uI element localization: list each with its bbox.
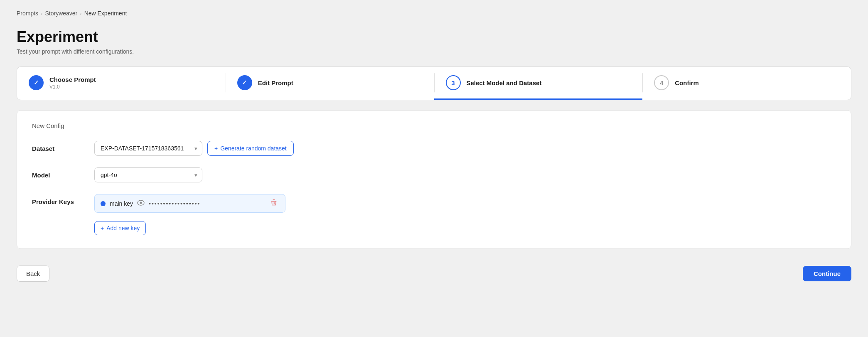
- dataset-select[interactable]: EXP-DATASET-1715718363561: [94, 141, 202, 156]
- step-confirm: 4 Confirm: [642, 67, 851, 100]
- provider-keys-label: Provider Keys: [32, 194, 86, 205]
- dataset-row: Dataset EXP-DATASET-1715718363561 ▾ + Ge…: [32, 141, 836, 156]
- step-2-checkmark: ✓: [242, 79, 247, 86]
- breadcrumb-prompts[interactable]: Prompts: [17, 10, 38, 17]
- delete-key-icon[interactable]: [268, 198, 279, 209]
- eye-icon[interactable]: [137, 200, 145, 207]
- model-select[interactable]: gpt-4o gpt-4 gpt-3.5-turbo: [94, 167, 202, 182]
- model-select-wrapper: gpt-4o gpt-4 gpt-3.5-turbo ▾: [94, 167, 202, 182]
- breadcrumb-new-experiment: New Experiment: [84, 10, 127, 17]
- step-2-label: Edit Prompt: [258, 79, 293, 86]
- config-card-title: New Config: [32, 122, 836, 129]
- step-2-circle: ✓: [237, 75, 252, 90]
- provider-keys-controls: main key ••••••••••••••••••: [94, 194, 836, 235]
- key-masked-value: ••••••••••••••••••: [149, 200, 264, 207]
- breadcrumb-sep-2: ›: [80, 10, 81, 17]
- model-label: Model: [32, 167, 86, 179]
- svg-rect-3: [273, 199, 275, 200]
- step-1-checkmark: ✓: [34, 79, 39, 86]
- dataset-select-wrapper: EXP-DATASET-1715718363561 ▾: [94, 141, 202, 156]
- provider-keys-row: Provider Keys main key •••••••••••••••••…: [32, 194, 836, 235]
- step-4-number: 4: [660, 79, 663, 86]
- generate-dataset-label: Generate random dataset: [220, 145, 287, 152]
- add-key-label: Add new key: [106, 225, 140, 231]
- breadcrumb: Prompts › Storyweaver › New Experiment: [17, 10, 851, 17]
- footer-bar: Back Continue: [17, 262, 851, 282]
- provider-key-item: main key ••••••••••••••••••: [94, 194, 285, 213]
- model-controls: gpt-4o gpt-4 gpt-3.5-turbo ▾: [94, 167, 836, 182]
- step-select-model-dataset: 3 Select Model and Dataset: [434, 67, 643, 100]
- breadcrumb-sep-1: ›: [41, 10, 42, 17]
- continue-button[interactable]: Continue: [803, 266, 851, 281]
- add-new-key-button[interactable]: + Add new key: [94, 221, 146, 235]
- step-2-info: Edit Prompt: [258, 79, 293, 86]
- step-choose-prompt: ✓ Choose Prompt V1.0: [17, 67, 226, 100]
- step-edit-prompt: ✓ Edit Prompt: [226, 67, 434, 100]
- steps-container: ✓ Choose Prompt V1.0 ✓ Edit Prompt 3 Sel…: [17, 66, 851, 100]
- generate-plus-icon: +: [214, 145, 218, 152]
- step-3-number: 3: [451, 79, 455, 86]
- add-key-plus-icon: +: [101, 225, 104, 231]
- config-card: New Config Dataset EXP-DATASET-171571836…: [17, 110, 851, 249]
- step-1-circle: ✓: [29, 75, 44, 90]
- step-3-circle: 3: [446, 75, 461, 90]
- page-subtitle: Test your prompt with different configur…: [17, 48, 851, 55]
- step-1-sublabel: V1.0: [49, 84, 96, 90]
- step-4-info: Confirm: [675, 79, 699, 86]
- model-row: Model gpt-4o gpt-4 gpt-3.5-turbo ▾: [32, 167, 836, 182]
- step-1-info: Choose Prompt V1.0: [49, 76, 96, 90]
- step-4-circle: 4: [654, 75, 669, 90]
- back-button[interactable]: Back: [17, 266, 49, 282]
- step-3-label: Select Model and Dataset: [467, 79, 542, 86]
- step-4-label: Confirm: [675, 79, 699, 86]
- generate-random-dataset-button[interactable]: + Generate random dataset: [207, 141, 294, 156]
- key-status-dot: [101, 201, 106, 206]
- step-1-label: Choose Prompt: [49, 76, 96, 83]
- dataset-label: Dataset: [32, 141, 86, 152]
- page-title: Experiment: [17, 28, 851, 46]
- dataset-controls: EXP-DATASET-1715718363561 ▾ + Generate r…: [94, 141, 836, 156]
- key-name-label: main key: [110, 200, 133, 207]
- step-3-info: Select Model and Dataset: [467, 79, 542, 86]
- breadcrumb-storyweaver[interactable]: Storyweaver: [45, 10, 77, 17]
- svg-point-1: [140, 202, 142, 204]
